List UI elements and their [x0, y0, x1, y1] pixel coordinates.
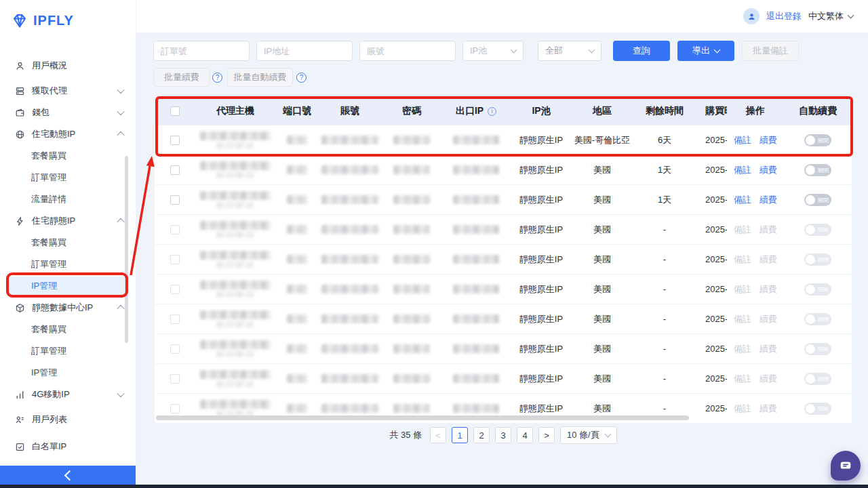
- sidebar-item-get-proxy[interactable]: 獲取代理: [0, 80, 136, 102]
- row-checkbox[interactable]: [170, 404, 180, 413]
- sidebar-item-residential-dynamic-ip[interactable]: 住宅動態IP: [0, 123, 136, 145]
- redacted-text: [287, 165, 307, 174]
- horizontal-scrollbar-thumb[interactable]: [156, 415, 689, 420]
- brand-logo-icon: [11, 12, 28, 29]
- cell-checkbox: [155, 274, 195, 304]
- table-body: 靜態原生IP美國-哥倫比亞6天2025-04備註續費關閉靜態原生IP美國1天20…: [155, 125, 852, 424]
- sidebar-item-wallet[interactable]: 錢包: [0, 102, 136, 123]
- cell-auto-renew: 關閉: [784, 304, 852, 333]
- user-icon: [15, 60, 26, 71]
- toggle-off-label: 關閉: [818, 373, 829, 385]
- ip-pool-select[interactable]: IP池: [462, 41, 524, 61]
- sidebar-item-whitelist-ip[interactable]: 白名單IP: [0, 436, 136, 458]
- auto-renew-toggle[interactable]: 關閉: [804, 194, 831, 206]
- sidebar-item-static-datacenter-ip[interactable]: 靜態數據中心IP: [0, 297, 136, 319]
- row-checkbox[interactable]: [170, 225, 180, 235]
- sidebar-item-dynamic-order-management[interactable]: 訂單管理: [0, 167, 136, 188]
- sidebar-item-4g-mobile-ip[interactable]: 4G移動IP: [0, 384, 136, 405]
- cell-actions: 備註續費: [727, 125, 784, 155]
- note-link[interactable]: 備註: [734, 164, 751, 176]
- row-checkbox[interactable]: [170, 165, 180, 175]
- sidebar-item-dc-order-management[interactable]: 訂單管理: [0, 340, 136, 362]
- page-button-1[interactable]: 1: [452, 427, 468, 443]
- sidebar-item-dc-ip-management[interactable]: IP管理: [0, 362, 136, 384]
- page-button-3[interactable]: 3: [495, 427, 511, 443]
- brand-logo[interactable]: IPFLY: [11, 12, 74, 29]
- export-button[interactable]: 導出: [677, 41, 734, 61]
- horizontal-scrollbar: [155, 415, 852, 420]
- ip-address-input[interactable]: [256, 41, 353, 61]
- logout-link[interactable]: 退出登錄: [766, 10, 802, 22]
- renew-link[interactable]: 續費: [760, 164, 777, 176]
- row-checkbox[interactable]: [170, 314, 180, 324]
- sidebar-item-label: 套餐購買: [31, 323, 66, 336]
- cell-remaining-time: -: [632, 215, 697, 244]
- note-link[interactable]: 備註: [734, 194, 751, 206]
- chat-launcher-button[interactable]: [831, 451, 861, 481]
- cell-remaining-time: 6天: [632, 125, 697, 155]
- sidebar-item-dc-package-purchase[interactable]: 套餐購買: [0, 319, 136, 340]
- order-number-input[interactable]: [153, 41, 250, 61]
- batch-note-button: 批量備註: [742, 41, 799, 61]
- row-checkbox[interactable]: [170, 195, 180, 205]
- sidebar-item-label: 訂單管理: [31, 171, 66, 184]
- user-avatar[interactable]: [743, 8, 760, 24]
- cell-exit-ip: [442, 215, 510, 244]
- toggle-off-label: 關閉: [818, 253, 829, 266]
- sidebar-item-user-list[interactable]: 用戶列表: [0, 409, 136, 430]
- auto-renew-toggle[interactable]: 關閉: [804, 164, 831, 176]
- renew-link[interactable]: 續費: [760, 134, 777, 146]
- auto-renew-toggle: 關閉: [804, 343, 831, 355]
- sidebar-item-traffic-details[interactable]: 流量詳情: [0, 188, 136, 210]
- pagination-next-button[interactable]: >: [538, 427, 555, 443]
- sidebar-item-static-package-purchase[interactable]: 套餐購買: [0, 232, 136, 253]
- redacted-text: [393, 374, 430, 383]
- row-checkbox[interactable]: [170, 255, 180, 264]
- auto-renew-toggle[interactable]: 關閉: [804, 134, 831, 146]
- search-button[interactable]: 查詢: [613, 41, 670, 61]
- table-row: 靜態原生IP美國-哥倫比亞6天2025-04備註續費關閉: [155, 125, 852, 155]
- row-checkbox[interactable]: [170, 374, 180, 384]
- renew-link[interactable]: 續費: [760, 194, 777, 206]
- cell-region: 美國: [572, 274, 632, 304]
- account-input[interactable]: [359, 41, 456, 61]
- column-header-label: 自動續費: [799, 105, 837, 117]
- page-size-select[interactable]: 10 條/頁: [560, 426, 617, 444]
- redacted-text: [453, 225, 499, 234]
- sidebar-item-user-overview[interactable]: 用戶概況: [0, 55, 136, 77]
- page-button-2[interactable]: 2: [473, 427, 490, 443]
- toggle-knob: [806, 255, 815, 264]
- chevron-down-icon: [604, 431, 611, 438]
- redacted-text: [321, 225, 378, 234]
- row-checkbox[interactable]: [170, 136, 180, 145]
- cell-proxy-host: [195, 245, 275, 274]
- sidebar-item-static-ip-management[interactable]: IP管理: [9, 277, 127, 296]
- sidebar-item-dynamic-package-purchase[interactable]: 套餐購買: [0, 145, 136, 167]
- sidebar-item-residential-static-ip[interactable]: 住宅靜態IP: [0, 210, 136, 232]
- globe-icon: [15, 129, 26, 140]
- cell-actions: 備註續費: [727, 245, 784, 274]
- cell-checkbox: [155, 125, 195, 155]
- sidebar-collapse-button[interactable]: [0, 466, 136, 485]
- select-all-checkbox[interactable]: [170, 106, 180, 116]
- redacted-text: [287, 225, 307, 234]
- note-link[interactable]: 備註: [734, 134, 751, 146]
- status-select[interactable]: 全部: [538, 41, 601, 61]
- column-header-4: 密碼: [381, 97, 442, 125]
- page-size-value: 10 條/頁: [567, 429, 599, 441]
- help-icon[interactable]: ?: [296, 73, 307, 83]
- cell-proxy-host: [195, 185, 275, 214]
- row-checkbox[interactable]: [170, 344, 180, 354]
- cell-port: [275, 304, 319, 333]
- help-icon[interactable]: ?: [212, 73, 222, 83]
- sidebar-scrollbar[interactable]: [125, 156, 128, 343]
- page-button-4[interactable]: 4: [517, 427, 533, 443]
- row-checkbox[interactable]: [170, 285, 180, 294]
- sidebar-item-static-order-management[interactable]: 訂單管理: [0, 253, 136, 275]
- redacted-text: [453, 285, 499, 293]
- info-circle-icon[interactable]: i: [488, 107, 496, 116]
- note-link: 備註: [734, 313, 751, 325]
- cell-account: [319, 274, 381, 304]
- language-select[interactable]: 中文繁体: [808, 10, 853, 22]
- cell-purchase-date: 2025-03: [697, 334, 727, 363]
